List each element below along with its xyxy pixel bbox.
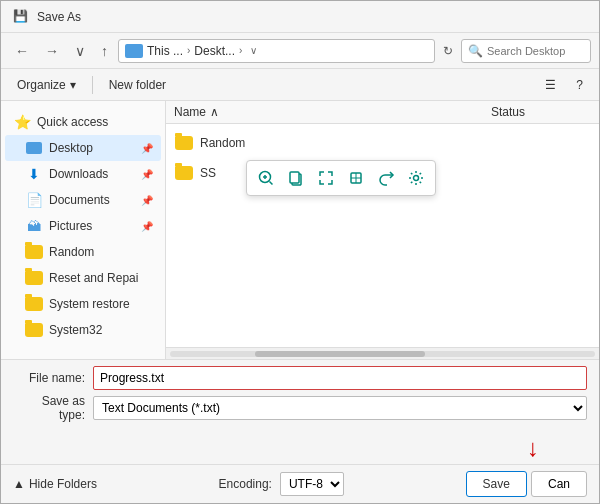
hide-folders-button[interactable]: ▲ Hide Folders — [13, 477, 97, 491]
filetype-select[interactable]: Text Documents (*.txt) — [93, 396, 587, 420]
view-button[interactable]: ☰ — [537, 75, 564, 95]
ctx-copy-button[interactable] — [283, 165, 309, 191]
horizontal-scrollbar[interactable] — [166, 347, 599, 359]
new-folder-button[interactable]: New folder — [101, 75, 174, 95]
sidebar-sys32-label: System32 — [49, 323, 153, 337]
help-button[interactable]: ? — [568, 75, 591, 95]
back-button[interactable]: ← — [9, 39, 35, 63]
organize-button[interactable]: Organize ▾ — [9, 75, 84, 95]
refresh-button[interactable]: ↻ — [439, 40, 457, 62]
column-status[interactable]: Status — [491, 105, 591, 119]
column-name-label: Name — [174, 105, 206, 119]
title-bar: 💾 Save As — [1, 1, 599, 33]
pictures-pin-icon: 📌 — [141, 221, 153, 232]
column-header: Name ∧ Status — [166, 101, 599, 124]
ctx-share-button[interactable] — [373, 165, 399, 191]
desktop-folder-icon — [25, 139, 43, 157]
sys32-folder-icon — [25, 321, 43, 339]
sidebar-item-downloads[interactable]: ⬇ Downloads 📌 — [5, 161, 161, 187]
address-bar[interactable]: This ... › Deskt... › ∨ — [118, 39, 435, 63]
crop-icon — [347, 169, 365, 187]
context-toolbar — [246, 160, 436, 196]
sidebar-item-random[interactable]: Random — [5, 239, 161, 265]
filename-input[interactable] — [93, 366, 587, 390]
zoom-in-icon — [257, 169, 275, 187]
cancel-button[interactable]: Can — [531, 471, 587, 497]
file-list: Random SS — [166, 124, 599, 347]
save-button[interactable]: Save — [466, 471, 527, 497]
desktop-pin-icon: 📌 — [141, 143, 153, 154]
scrollbar-track — [170, 351, 595, 357]
encoding-area: Encoding: UTF-8 — [219, 472, 344, 496]
file-name-random: Random — [200, 136, 591, 150]
action-bar: ▲ Hide Folders Encoding: UTF-8 Save Can — [1, 464, 599, 503]
action-buttons: Save Can — [466, 471, 587, 497]
sidebar-item-desktop[interactable]: Desktop 📌 — [5, 135, 161, 161]
sidebar-item-documents[interactable]: 📄 Documents 📌 — [5, 187, 161, 213]
new-folder-label: New folder — [109, 78, 166, 92]
address-segment-2: Deskt... — [194, 44, 235, 58]
ctx-zoom-in-button[interactable] — [253, 165, 279, 191]
organize-label: Organize — [17, 78, 66, 92]
title-bar-icon: 💾 — [13, 9, 29, 25]
hide-folders-label: Hide Folders — [29, 477, 97, 491]
sidebar-item-system32[interactable]: System32 — [5, 317, 161, 343]
address-dropdown-icon[interactable]: ∨ — [250, 45, 257, 56]
documents-pin-icon: 📌 — [141, 195, 153, 206]
copy-icon — [287, 169, 305, 187]
toolbar-right: ☰ ? — [537, 75, 591, 95]
encoding-label: Encoding: — [219, 477, 272, 491]
toolbar-separator — [92, 76, 93, 94]
sidebar: ⭐ Quick access Desktop 📌 ⬇ Downloads 📌 — [1, 101, 166, 359]
quick-access-section: ⭐ Quick access Desktop 📌 ⬇ Downloads 📌 — [1, 109, 165, 343]
sidebar-reset-label: Reset and Repai — [49, 271, 153, 285]
sidebar-desktop-label: Desktop — [49, 141, 135, 155]
save-as-dialog: 💾 Save As ← → ∨ ↑ This ... › Deskt... › … — [0, 0, 600, 504]
forward-button[interactable]: → — [39, 39, 65, 63]
random-file-folder-icon — [174, 133, 194, 153]
sidebar-downloads-label: Downloads — [49, 167, 135, 181]
documents-icon: 📄 — [25, 191, 43, 209]
settings-icon — [407, 169, 425, 187]
sidebar-item-system-restore[interactable]: System restore — [5, 291, 161, 317]
hide-folders-arrow-icon: ▲ — [13, 477, 25, 491]
ss-file-folder-icon — [174, 163, 194, 183]
column-status-label: Status — [491, 105, 525, 119]
encoding-select[interactable]: UTF-8 — [280, 472, 344, 496]
random-folder-icon — [25, 243, 43, 261]
expand-icon — [317, 169, 335, 187]
sidebar-item-pictures[interactable]: 🏔 Pictures 📌 — [5, 213, 161, 239]
address-segment-1: This ... — [147, 44, 183, 58]
sidebar-quick-access-label: Quick access — [37, 115, 153, 129]
sidebar-item-reset[interactable]: Reset and Repai — [5, 265, 161, 291]
search-input[interactable] — [487, 45, 584, 57]
sidebar-item-quick-access[interactable]: ⭐ Quick access — [5, 109, 161, 135]
filename-row: File name: — [13, 366, 587, 390]
filename-label: File name: — [13, 371, 93, 385]
search-bar: 🔍 — [461, 39, 591, 63]
sidebar-sysrestore-label: System restore — [49, 297, 153, 311]
column-name[interactable]: Name ∧ — [174, 105, 491, 119]
sort-arrow-icon: ∧ — [210, 105, 219, 119]
search-icon: 🔍 — [468, 44, 483, 58]
up-button[interactable]: ↑ — [95, 39, 114, 63]
ctx-settings-button[interactable] — [403, 165, 429, 191]
file-item-random[interactable]: Random — [166, 128, 599, 158]
nav-down-button[interactable]: ∨ — [69, 39, 91, 63]
help-icon: ? — [576, 78, 583, 92]
ctx-expand-button[interactable] — [313, 165, 339, 191]
reset-folder-icon — [25, 269, 43, 287]
downloads-icon: ⬇ — [25, 165, 43, 183]
svg-point-9 — [414, 176, 419, 181]
sidebar-documents-label: Documents — [49, 193, 135, 207]
main-area: ⭐ Quick access Desktop 📌 ⬇ Downloads 📌 — [1, 101, 599, 359]
ctx-crop-button[interactable] — [343, 165, 369, 191]
scrollbar-thumb[interactable] — [255, 351, 425, 357]
share-icon — [377, 169, 395, 187]
arrow-indicator-area: ↓ — [1, 432, 599, 464]
address-sep-1: › — [187, 45, 190, 56]
view-icon: ☰ — [545, 78, 556, 92]
svg-rect-5 — [290, 172, 299, 183]
filetype-row: Save as type: Text Documents (*.txt) — [13, 394, 587, 422]
bottom-form-area: File name: Save as type: Text Documents … — [1, 359, 599, 432]
